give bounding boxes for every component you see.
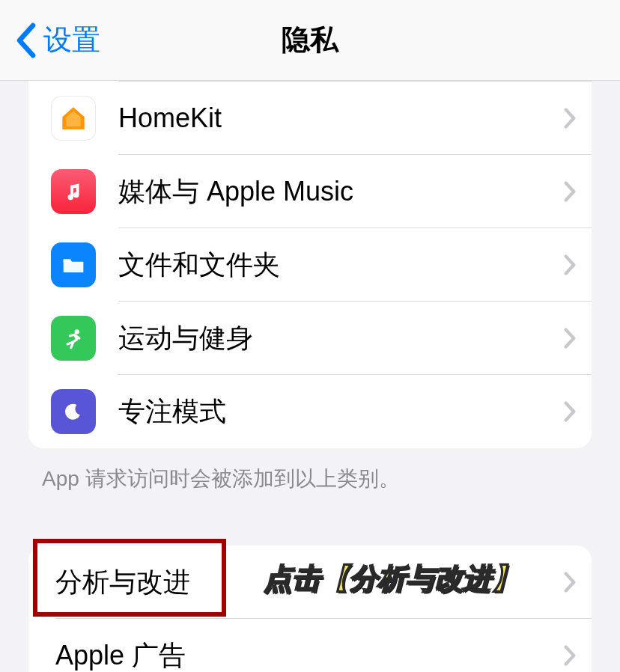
chevron-left-icon xyxy=(15,22,36,58)
chevron-right-icon xyxy=(563,107,577,129)
chevron-right-icon xyxy=(563,254,577,276)
homekit-icon xyxy=(51,96,96,141)
music-icon xyxy=(51,169,96,214)
page-title: 隐私 xyxy=(282,21,338,59)
row-focus-mode[interactable]: 专注模式 xyxy=(28,375,592,448)
row-media-apple-music[interactable]: 媒体与 Apple Music xyxy=(28,155,592,228)
back-button[interactable]: 设置 xyxy=(0,21,100,59)
chevron-right-icon xyxy=(563,644,577,667)
chevron-right-icon xyxy=(563,400,577,423)
chevron-right-icon xyxy=(563,327,577,349)
chevron-right-icon xyxy=(563,571,577,593)
group-footer: App 请求访问时会被添加到以上类别。 xyxy=(42,465,578,493)
chevron-right-icon xyxy=(563,180,577,203)
settings-group-2: 分析与改进 Apple 广告 xyxy=(28,546,592,672)
content: HomeKit 媒体与 Apple Music xyxy=(0,81,620,672)
svg-point-1 xyxy=(75,329,79,334)
row-label: 专注模式 xyxy=(118,394,563,430)
row-label: 文件和文件夹 xyxy=(118,247,563,284)
row-label: HomeKit xyxy=(118,103,563,134)
row-files-folders[interactable]: 文件和文件夹 xyxy=(28,228,592,302)
nav-bar: 设置 隐私 xyxy=(0,0,620,81)
row-label: 媒体与 Apple Music xyxy=(118,174,563,210)
focus-icon xyxy=(51,389,96,434)
row-analytics-improvements[interactable]: 分析与改进 xyxy=(28,546,592,619)
row-label: 分析与改进 xyxy=(51,564,563,601)
row-label: Apple 广告 xyxy=(51,638,563,673)
folder-icon xyxy=(51,242,96,287)
fitness-icon xyxy=(51,316,96,361)
row-fitness[interactable]: 运动与健身 xyxy=(28,302,592,375)
svg-rect-0 xyxy=(64,260,71,262)
spacer xyxy=(0,493,620,546)
settings-group-1: HomeKit 媒体与 Apple Music xyxy=(28,81,592,448)
row-homekit[interactable]: HomeKit xyxy=(28,82,592,155)
back-label: 设置 xyxy=(43,21,100,59)
row-apple-advertising[interactable]: Apple 广告 xyxy=(28,619,592,672)
row-label: 运动与健身 xyxy=(118,320,563,357)
